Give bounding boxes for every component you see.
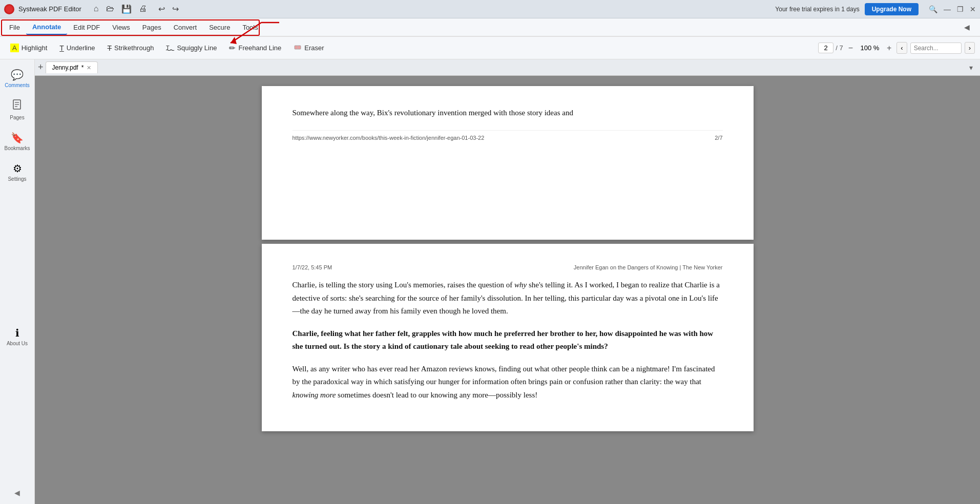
pdf-tab[interactable]: Jenny.pdf * ✕ (46, 61, 98, 73)
pdf-page-top: Somewhere along the way, Bix's revolutio… (262, 86, 754, 240)
settings-icon: ⚙ (13, 162, 22, 175)
settings-label: Settings (8, 176, 26, 182)
underline-label: Underline (67, 44, 95, 52)
app-name: Systweak PDF Editor (18, 5, 81, 13)
squiggly-label: Squiggly Line (177, 44, 217, 52)
pdf-italic-knowing: knowing more (293, 391, 336, 399)
sidebar-item-settings[interactable]: ⚙ Settings (2, 158, 33, 186)
page-separator: / 7 (836, 44, 843, 52)
toolbar: A Highlight T Underline T Strikethrough … (0, 37, 980, 59)
pdf-url: https://www.newyorker.com/books/this-wee… (293, 135, 485, 141)
zoom-control: − 100 % + (846, 43, 894, 54)
titlebar-right: Your free trial expires in 1 days Upgrad… (775, 3, 976, 15)
trial-text: Your free trial expires in 1 days (775, 6, 859, 13)
menu-arrow-icon[interactable]: ◀ (964, 23, 970, 31)
menu-file[interactable]: File (3, 20, 26, 34)
upgrade-button[interactable]: Upgrade Now (865, 3, 919, 15)
tab-dropdown-button[interactable]: ▾ (965, 64, 977, 72)
prev-page-button[interactable]: ‹ (896, 42, 907, 54)
pdf-italic-why: why (514, 281, 527, 289)
bookmarks-icon: 🔖 (11, 132, 24, 144)
eraser-button[interactable]: Eraser (288, 41, 329, 55)
pdf-page-footer: https://www.newyorker.com/books/this-wee… (293, 130, 723, 141)
highlight-button[interactable]: A Highlight (5, 41, 52, 55)
page-divider (262, 240, 754, 244)
sidebar-item-about[interactable]: ℹ About Us (2, 323, 33, 350)
tab-filename: Jenny.pdf (52, 64, 78, 71)
tab-close-button[interactable]: ✕ (87, 65, 91, 71)
zoom-out-button[interactable]: − (846, 43, 855, 54)
squiggly-button[interactable]: T Squiggly Line (161, 41, 222, 55)
save-icon[interactable]: 💾 (121, 4, 132, 14)
sidebar: 💬 Comments Pages 🔖 Bookmarks ⚙ Settings … (0, 59, 35, 504)
bookmarks-label: Bookmarks (5, 145, 30, 151)
page-nav-arrows: ‹ (896, 42, 907, 54)
menu-tools[interactable]: Tools (236, 20, 264, 34)
about-label: About Us (7, 341, 28, 346)
highlight-icon: A (10, 44, 19, 52)
menu-pages[interactable]: Pages (136, 20, 168, 34)
redo-icon[interactable]: ↪ (172, 4, 179, 14)
about-icon: ℹ (15, 327, 19, 339)
menu-annotate[interactable]: Annotate (26, 20, 67, 35)
page-nav-forward: › (965, 42, 975, 54)
freehand-button[interactable]: ✏ Freehand Line (224, 41, 286, 55)
pages-icon (12, 99, 23, 113)
page-input[interactable] (818, 43, 833, 53)
pdf-content[interactable]: Somewhere along the way, Bix's revolutio… (35, 76, 980, 504)
search-icon[interactable]: 🔍 (929, 5, 937, 13)
menu-editpdf[interactable]: Edit PDF (67, 20, 106, 34)
zoom-in-button[interactable]: + (885, 43, 893, 54)
menu-secure[interactable]: Secure (203, 20, 236, 34)
squiggly-icon: T (166, 44, 174, 52)
print-icon[interactable]: 🖨 (139, 4, 147, 14)
pdf-paragraph-2-bold: Charlie, feeling what her father felt, g… (293, 327, 723, 353)
pdf-page-num: 2/7 (715, 135, 722, 141)
titlebar: Systweak PDF Editor ⌂ 🗁 💾 🖨 ↩ ↪ Your fre… (0, 0, 980, 18)
toolbar-right: / 7 − 100 % + ‹ › (818, 42, 975, 54)
underline-button[interactable]: T Underline (54, 41, 100, 55)
freehand-icon: ✏ (229, 44, 236, 53)
pdf-text-body: Charlie, is telling the story using Lou'… (293, 279, 723, 402)
sidebar-item-bookmarks[interactable]: 🔖 Bookmarks (2, 128, 33, 155)
eraser-icon (294, 44, 302, 52)
zoom-level: 100 % (857, 44, 883, 52)
tab-bar: + Jenny.pdf * ✕ ▾ (35, 59, 980, 76)
menu-convert[interactable]: Convert (168, 20, 203, 34)
titlebar-nav-icons: ⌂ 🗁 💾 🖨 ↩ ↪ (94, 4, 179, 14)
pdf-page-meta: 1/7/22, 5:45 PM Jennifer Egan on the Dan… (293, 264, 723, 270)
menu-views[interactable]: Views (106, 20, 136, 34)
pdf-viewer: + Jenny.pdf * ✕ ▾ Somewhere along the wa… (35, 59, 980, 504)
pdf-paragraph-intro: Somewhere along the way, Bix's revolutio… (293, 107, 723, 120)
pdf-date: 1/7/22, 5:45 PM (293, 264, 332, 270)
sidebar-item-comments[interactable]: 💬 Comments (2, 65, 33, 92)
titlebar-left: Systweak PDF Editor ⌂ 🗁 💾 🖨 ↩ ↪ (4, 4, 179, 14)
collapse-sidebar-button[interactable]: ◀ (12, 487, 22, 499)
minimize-icon[interactable]: — (944, 5, 951, 13)
close-icon[interactable]: ✕ (970, 5, 976, 13)
pdf-paragraph-1: Charlie, is telling the story using Lou'… (293, 279, 723, 318)
open-icon[interactable]: 🗁 (106, 4, 114, 14)
home-icon[interactable]: ⌂ (94, 4, 99, 14)
pdf-paragraph-3: Well, as any writer who has ever read he… (293, 363, 723, 402)
freehand-label: Freehand Line (238, 44, 281, 52)
comments-label: Comments (5, 82, 29, 88)
tab-modified: * (81, 64, 84, 71)
window-controls: 🔍 — ❐ ✕ (929, 5, 976, 13)
strikethrough-button[interactable]: T Strikethrough (102, 41, 159, 55)
search-input[interactable] (910, 43, 962, 54)
menubar: File Annotate Edit PDF Views Pages Conve… (0, 18, 980, 37)
undo-icon[interactable]: ↩ (158, 4, 165, 14)
comments-icon: 💬 (11, 69, 24, 81)
pdf-page-2: 1/7/22, 5:45 PM Jennifer Egan on the Dan… (262, 244, 754, 431)
next-page-button[interactable]: › (965, 42, 975, 54)
strikethrough-icon: T (107, 44, 112, 52)
app-logo (4, 4, 14, 14)
eraser-label: Eraser (304, 44, 324, 52)
main-area: 💬 Comments Pages 🔖 Bookmarks ⚙ Settings … (0, 59, 980, 504)
maximize-icon[interactable]: ❐ (957, 5, 964, 13)
page-navigator: / 7 (818, 43, 843, 53)
new-tab-button[interactable]: + (38, 62, 44, 73)
highlight-label: Highlight (22, 44, 48, 52)
sidebar-item-pages[interactable]: Pages (2, 95, 33, 124)
